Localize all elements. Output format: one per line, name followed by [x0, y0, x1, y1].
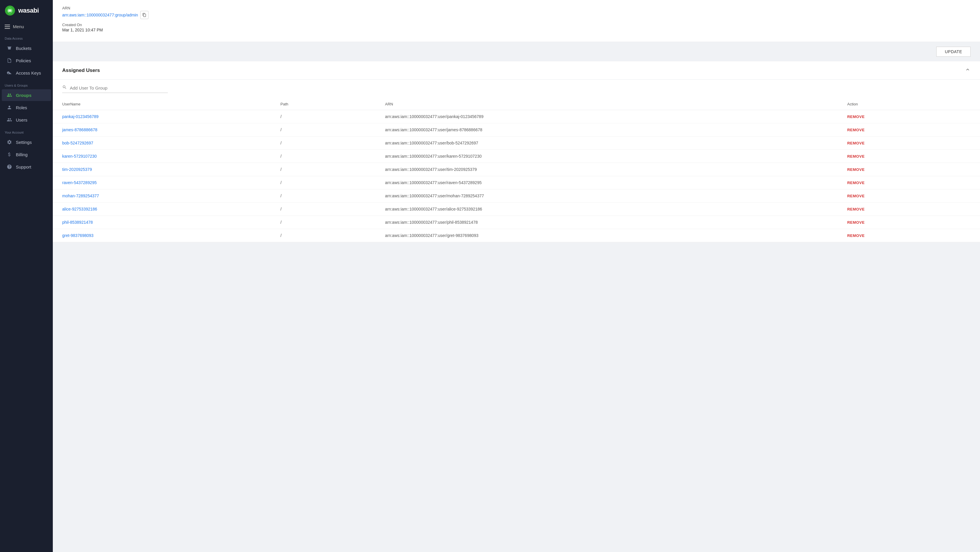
sidebar-item-buckets[interactable]: Buckets: [2, 42, 51, 54]
remove-button[interactable]: REMOVE: [847, 180, 864, 185]
update-btn-row: UPDATE: [53, 42, 980, 61]
cell-arn: arn:aws:iam::100000032477:user/gret-9837…: [375, 229, 838, 242]
add-user-input[interactable]: [70, 85, 168, 91]
cell-action: REMOVE: [838, 137, 980, 150]
search-input-wrap: [62, 85, 168, 93]
col-header-action: Action: [838, 98, 980, 110]
table-row: alice-92753392186 / arn:aws:iam::1000000…: [53, 203, 980, 216]
arn-label: ARN: [62, 6, 970, 10]
table-row: phil-8538921478 / arn:aws:iam::100000032…: [53, 216, 980, 229]
sidebar-item-policies[interactable]: Policies: [2, 54, 51, 66]
cell-path: /: [271, 189, 375, 203]
sidebar-item-label: Users: [16, 118, 27, 123]
roles-icon: [6, 105, 12, 110]
table-row: bob-5247292697 / arn:aws:iam::1000000324…: [53, 137, 980, 150]
cell-action: REMOVE: [838, 189, 980, 203]
user-link[interactable]: james-8786886678: [62, 128, 97, 132]
remove-button[interactable]: REMOVE: [847, 141, 864, 145]
cell-action: REMOVE: [838, 229, 980, 242]
menu-label: Menu: [13, 24, 24, 29]
user-link[interactable]: gret-9837698093: [62, 233, 94, 238]
remove-button[interactable]: REMOVE: [847, 207, 864, 211]
cell-arn: arn:aws:iam::100000032477:user/mohan-728…: [375, 189, 838, 203]
bucket-icon: [6, 45, 12, 51]
user-link[interactable]: bob-5247292697: [62, 140, 93, 145]
collapse-button[interactable]: [965, 67, 970, 74]
cell-action: REMOVE: [838, 163, 980, 176]
cell-username: bob-5247292697: [53, 137, 271, 150]
cell-username: tim-2020925379: [53, 163, 271, 176]
remove-button[interactable]: REMOVE: [847, 233, 864, 238]
user-link[interactable]: phil-8538921478: [62, 220, 93, 225]
sidebar-item-label: Roles: [16, 105, 27, 110]
search-row: [53, 80, 980, 96]
sidebar-item-users[interactable]: Users: [2, 114, 51, 126]
sidebar-item-support[interactable]: Support: [2, 161, 51, 173]
sidebar-item-groups[interactable]: Groups: [2, 89, 51, 101]
remove-button[interactable]: REMOVE: [847, 168, 864, 172]
user-link[interactable]: tim-2020925379: [62, 167, 92, 172]
cell-action: REMOVE: [838, 150, 980, 163]
hamburger-icon: [5, 25, 10, 29]
table-body: pankaj-0123456789 / arn:aws:iam::1000000…: [53, 110, 980, 242]
col-header-username: UserName: [53, 98, 271, 110]
cell-arn: arn:aws:iam::100000032477:user/james-878…: [375, 123, 838, 137]
sidebar-item-label: Policies: [16, 58, 31, 63]
table-row: raven-5437289295 / arn:aws:iam::10000003…: [53, 176, 980, 189]
support-icon: [6, 164, 12, 170]
arn-row: ARN arn:aws:iam::100000032477:group/admi…: [62, 6, 970, 19]
user-link[interactable]: karen-5729107230: [62, 154, 97, 158]
cell-username: james-8786886678: [53, 123, 271, 137]
cell-action: REMOVE: [838, 203, 980, 216]
wasabi-logo-icon: [5, 5, 15, 16]
cell-arn: arn:aws:iam::100000032477:user/tim-20209…: [375, 163, 838, 176]
menu-toggle[interactable]: Menu: [0, 21, 53, 32]
cell-path: /: [271, 137, 375, 150]
cell-action: REMOVE: [838, 123, 980, 137]
group-info-card: ARN arn:aws:iam::100000032477:group/admi…: [53, 0, 980, 42]
cell-arn: arn:aws:iam::100000032477:user/alice-927…: [375, 203, 838, 216]
col-header-arn: ARN: [375, 98, 838, 110]
sidebar-item-label: Billing: [16, 152, 27, 157]
billing-icon: [6, 152, 12, 157]
remove-button[interactable]: REMOVE: [847, 128, 864, 132]
logo-text: wasabi: [18, 7, 39, 14]
remove-button[interactable]: REMOVE: [847, 115, 864, 119]
sidebar-item-billing[interactable]: Billing: [2, 148, 51, 160]
user-link[interactable]: raven-5437289295: [62, 180, 97, 185]
cell-username: mohan-7289254377: [53, 189, 271, 203]
search-icon: [62, 85, 67, 91]
clipboard-icon[interactable]: [140, 11, 148, 19]
cell-path: /: [271, 110, 375, 123]
update-button[interactable]: UPDATE: [936, 47, 970, 57]
user-link[interactable]: mohan-7289254377: [62, 193, 99, 198]
cell-action: REMOVE: [838, 110, 980, 123]
cell-path: /: [271, 163, 375, 176]
sidebar-item-settings[interactable]: Settings: [2, 136, 51, 148]
users-table: UserName Path ARN Action pankaj-01234567…: [53, 98, 980, 242]
table-row: james-8786886678 / arn:aws:iam::10000003…: [53, 123, 980, 137]
cell-path: /: [271, 216, 375, 229]
section-label-users-groups: Users & Groups: [0, 79, 53, 89]
table-row: karen-5729107230 / arn:aws:iam::10000003…: [53, 150, 980, 163]
cell-arn: arn:aws:iam::100000032477:user/karen-572…: [375, 150, 838, 163]
remove-button[interactable]: REMOVE: [847, 194, 864, 198]
cell-action: REMOVE: [838, 176, 980, 189]
user-link[interactable]: pankaj-0123456789: [62, 114, 99, 119]
remove-button[interactable]: REMOVE: [847, 220, 864, 225]
cell-path: /: [271, 176, 375, 189]
cell-username: phil-8538921478: [53, 216, 271, 229]
remove-button[interactable]: REMOVE: [847, 154, 864, 158]
cell-username: alice-92753392186: [53, 203, 271, 216]
sidebar-item-label: Buckets: [16, 46, 32, 51]
sidebar-logo: wasabi: [0, 0, 53, 21]
sidebar-item-access-keys[interactable]: Access Keys: [2, 67, 51, 79]
user-link[interactable]: alice-92753392186: [62, 207, 97, 211]
table-header: UserName Path ARN Action: [53, 98, 980, 110]
groups-icon: [6, 92, 12, 98]
users-icon: [6, 117, 12, 123]
sidebar-item-roles[interactable]: Roles: [2, 102, 51, 113]
created-value: Mar 1, 2021 10:47 PM: [62, 27, 970, 32]
cell-username: gret-9837698093: [53, 229, 271, 242]
sidebar-item-label: Access Keys: [16, 70, 41, 75]
